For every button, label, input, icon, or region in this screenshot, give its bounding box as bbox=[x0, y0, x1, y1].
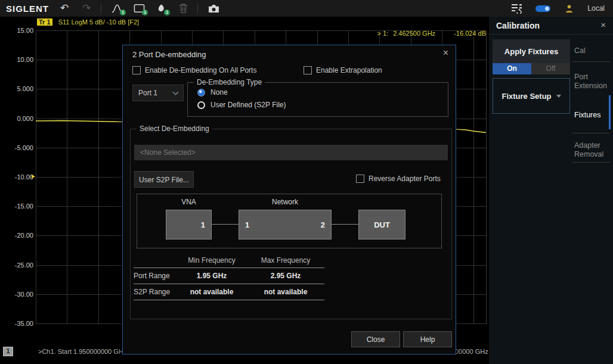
marker-number: > 1: bbox=[377, 30, 388, 37]
port-select-value: Port 1 bbox=[138, 89, 157, 97]
checkbox-label: Reverse Adapter Ports bbox=[369, 175, 441, 183]
port-range-min: 1.95 GHz bbox=[177, 272, 247, 280]
marker-icon[interactable]: 1 bbox=[154, 2, 168, 14]
trace-id-badge[interactable]: Tr 1 bbox=[37, 18, 52, 26]
sidebar-divider bbox=[489, 34, 613, 35]
dialog-close-icon[interactable]: × bbox=[443, 48, 448, 58]
help-button[interactable]: Help bbox=[403, 331, 452, 347]
port-select-dropdown[interactable]: Port 1 bbox=[132, 85, 184, 101]
network-diagram: VNA Network 1 1 2 DUT bbox=[137, 194, 442, 248]
local-mode-label: Local bbox=[587, 4, 605, 13]
trace-count-badge: 1 bbox=[120, 10, 126, 15]
checkbox-label: Enable De-Embedding On All Ports bbox=[145, 66, 256, 74]
radio-selected-icon[interactable] bbox=[197, 89, 205, 97]
channel-status-stop[interactable]: 00000 GHz bbox=[455, 348, 488, 355]
screenshot-camera-icon[interactable] bbox=[207, 2, 220, 14]
close-button[interactable]: Close bbox=[351, 331, 400, 347]
tab-port-extension[interactable]: Port Extension bbox=[574, 73, 609, 91]
window-icon[interactable]: 1 bbox=[132, 2, 145, 14]
vna-port-number: 1 bbox=[201, 220, 205, 229]
trace-info-label: S11 LogM 5 dB/ -10 dB [F2] bbox=[58, 18, 140, 26]
table-row: Port Range 1.95 GHz 2.95 GHz bbox=[134, 268, 324, 284]
y-axis-label: -35.00 bbox=[1, 320, 33, 327]
apply-fixtures-toggle[interactable]: On Off bbox=[493, 63, 570, 74]
vna-box: 1 bbox=[166, 210, 212, 239]
y-axis-label: -25.00 bbox=[1, 262, 33, 269]
marker-count-badge: 1 bbox=[164, 10, 170, 15]
s2p-range-min: not available bbox=[177, 288, 247, 296]
tab-separator bbox=[572, 61, 609, 62]
y-axis-label: 15.00 bbox=[1, 27, 33, 34]
channel-status-start[interactable]: >Ch1. Start 1.950000000 GHz bbox=[38, 348, 126, 355]
deembedding-file-field[interactable]: <None Selected> bbox=[134, 145, 448, 160]
enable-extrapolation-checkbox[interactable]: Enable Extrapolation bbox=[304, 66, 382, 74]
deembedding-dialog: 2 Port De-embedding × Enable De-Embeddin… bbox=[122, 45, 456, 354]
fixture-setup-label: Fixture Setup bbox=[501, 92, 551, 101]
window-count-badge: 1 bbox=[142, 10, 148, 15]
toggle-indicator-icon[interactable] bbox=[535, 5, 550, 12]
network-port2-number: 2 bbox=[321, 220, 325, 229]
connector-line bbox=[332, 224, 358, 225]
s2p-range-max: not available bbox=[247, 288, 324, 296]
trace-label[interactable]: Tr 1 S11 LogM 5 dB/ -10 dB [F2] bbox=[37, 18, 139, 26]
active-tab-indicator bbox=[609, 95, 611, 129]
toolbar-divider bbox=[197, 4, 198, 13]
group-legend: De-Embedding Type bbox=[194, 78, 265, 86]
toggle-off-option[interactable]: Off bbox=[531, 63, 570, 74]
checkbox-icon[interactable] bbox=[356, 175, 364, 183]
toolbar-right-group: Local bbox=[510, 2, 605, 14]
siglent-logo: SIGLENT bbox=[6, 4, 49, 14]
tab-adapter-removal[interactable]: Adapter Removal bbox=[574, 141, 609, 159]
delete-icon bbox=[177, 2, 190, 14]
radio-none[interactable]: None bbox=[197, 88, 448, 97]
enable-deembedding-checkbox[interactable]: Enable De-Embedding On All Ports bbox=[132, 66, 256, 74]
y-axis-label: 0.000 bbox=[1, 115, 33, 122]
y-axis-label: -30.00 bbox=[1, 291, 33, 298]
dut-label: DUT bbox=[374, 220, 390, 229]
deembedding-type-group: De-Embedding Type None User Defined (S2P… bbox=[187, 82, 448, 117]
system-list-icon[interactable] bbox=[510, 2, 524, 14]
network-box: 1 2 bbox=[239, 210, 332, 239]
max-frequency-header: Max Frequency bbox=[247, 256, 324, 265]
radio-user-defined[interactable]: User Defined (S2P File) bbox=[197, 101, 448, 109]
table-row: S2P Range not available not available bbox=[134, 284, 324, 300]
user-s2p-file-button[interactable]: User S2P File... bbox=[134, 171, 194, 188]
checkbox-icon[interactable] bbox=[304, 66, 312, 74]
checkbox-icon[interactable] bbox=[132, 66, 141, 74]
y-axis-label: 5.000 bbox=[1, 85, 33, 92]
select-deembedding-group: Select De-Embedding <None Selected> User… bbox=[130, 129, 452, 319]
radio-label: User Defined (S2P File) bbox=[210, 101, 286, 109]
min-frequency-header: Min Frequency bbox=[177, 256, 247, 265]
dialog-title: 2 Port De-embedding bbox=[132, 50, 206, 59]
redo-icon: ↷ bbox=[80, 2, 93, 14]
fixture-setup-dropdown[interactable]: Fixture Setup bbox=[493, 78, 570, 114]
tab-fixtures[interactable]: Fixtures bbox=[574, 111, 609, 120]
tab-cal[interactable]: Cal bbox=[574, 46, 609, 55]
checkbox-label: Enable Extrapolation bbox=[316, 66, 382, 74]
dut-box: DUT bbox=[358, 210, 405, 239]
channel-badge[interactable]: 1 bbox=[3, 347, 13, 356]
radio-label: None bbox=[210, 88, 228, 97]
calibration-sidebar: Calibration × Apply Fixtures On Off Fixt… bbox=[489, 17, 613, 364]
caret-down-icon bbox=[556, 95, 561, 98]
apply-fixtures-button[interactable]: Apply Fixtures bbox=[493, 39, 570, 63]
tab-separator bbox=[572, 133, 609, 133]
row-label: S2P Range bbox=[134, 288, 177, 296]
chevron-down-icon bbox=[173, 89, 179, 95]
undo-icon[interactable]: ↶ bbox=[58, 2, 71, 14]
table-header-row: Min Frequency Max Frequency bbox=[134, 253, 324, 268]
network-port1-number: 1 bbox=[245, 220, 249, 229]
y-axis-label: -10.00 bbox=[1, 173, 33, 181]
toolbar: SIGLENT ↶ ↷ 1 1 1 Local bbox=[0, 0, 613, 17]
connector-line bbox=[212, 224, 239, 225]
radio-unselected-icon[interactable] bbox=[197, 101, 205, 109]
marker-value: -16.024 dB bbox=[454, 30, 486, 37]
toggle-on-option[interactable]: On bbox=[493, 63, 531, 74]
reverse-adapter-ports-checkbox[interactable]: Reverse Adapter Ports bbox=[356, 175, 441, 183]
sidebar-close-icon[interactable]: × bbox=[600, 20, 606, 30]
trace-icon[interactable]: 1 bbox=[110, 2, 123, 14]
user-icon[interactable] bbox=[562, 2, 575, 14]
network-label: Network bbox=[239, 198, 332, 206]
y-axis-label: -5.000 bbox=[1, 144, 33, 151]
marker-frequency: 2.462500 GHz bbox=[393, 30, 435, 37]
